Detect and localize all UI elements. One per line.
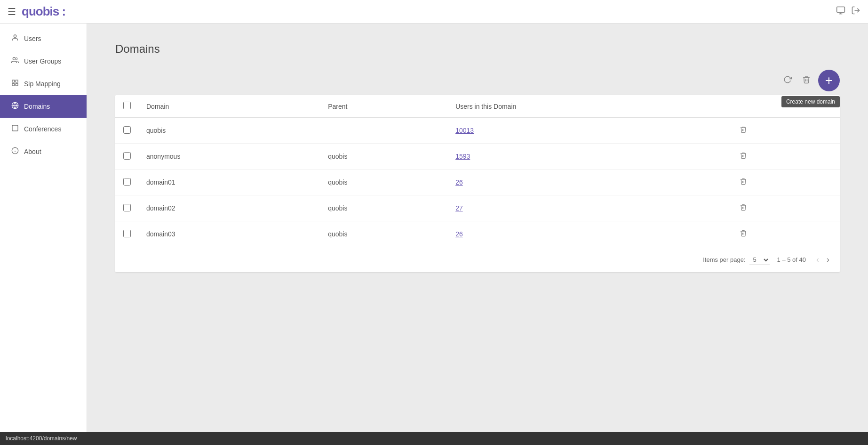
status-bar: localhost:4200/domains/new xyxy=(0,432,868,445)
globe-icon xyxy=(11,102,19,111)
row-delete-button[interactable] xyxy=(736,124,751,137)
row-users: 26 xyxy=(448,170,728,195)
items-per-page-label: Items per page: xyxy=(703,256,745,263)
svg-rect-8 xyxy=(12,83,15,86)
pagination-range: 1 – 5 of 40 xyxy=(777,256,806,263)
svg-rect-6 xyxy=(12,80,15,82)
menu-icon[interactable]: ☰ xyxy=(8,6,16,17)
sidebar-label-about: About xyxy=(24,148,41,155)
row-domain: quobis xyxy=(139,118,320,144)
row-checkbox-cell xyxy=(115,195,139,221)
layout: Users User Groups Sip Mapping xyxy=(0,24,868,432)
row-domain: domain01 xyxy=(139,170,320,195)
app-logo: quobis : xyxy=(22,4,65,19)
row-delete-button[interactable] xyxy=(736,176,751,189)
header-users: Users in this Domain xyxy=(448,95,728,118)
sidebar-label-domains: Domains xyxy=(24,103,50,110)
sidebar-label-conferences: Conferences xyxy=(24,125,61,133)
users-count-link[interactable]: 26 xyxy=(455,230,463,238)
sidebar-label-sip-mapping: Sip Mapping xyxy=(24,80,61,88)
monitor-icon xyxy=(836,6,845,15)
monitor-button[interactable] xyxy=(836,6,845,17)
row-checkbox[interactable] xyxy=(123,230,131,237)
sidebar-item-user-groups[interactable]: User Groups xyxy=(0,50,87,73)
table-row: domain02 quobis 27 xyxy=(115,195,840,221)
row-actions xyxy=(728,195,840,221)
delete-button[interactable] xyxy=(799,73,813,89)
create-domain-tooltip: Create new domain xyxy=(781,96,840,107)
row-delete-button[interactable] xyxy=(736,150,751,163)
sidebar-item-sip-mapping[interactable]: Sip Mapping xyxy=(0,73,87,95)
topbar-actions xyxy=(836,6,860,17)
svg-point-4 xyxy=(14,35,16,37)
trash-icon xyxy=(740,229,747,237)
row-delete-button[interactable] xyxy=(736,227,751,241)
row-actions xyxy=(728,144,840,170)
row-checkbox[interactable] xyxy=(123,204,131,211)
table-body: quobis 10013 anonymous quobis 1593 xyxy=(115,118,840,247)
per-page-select[interactable]: 5102550 xyxy=(749,255,770,265)
row-checkbox-cell xyxy=(115,221,139,247)
row-checkbox[interactable] xyxy=(123,126,131,134)
row-users: 27 xyxy=(448,195,728,221)
row-checkbox-cell xyxy=(115,170,139,195)
table-row: quobis 10013 xyxy=(115,118,840,144)
next-page-button[interactable]: › xyxy=(824,253,832,267)
sidebar-label-user-groups: User Groups xyxy=(24,57,61,65)
grid-icon xyxy=(11,79,19,89)
sidebar-item-conferences[interactable]: Conferences xyxy=(0,118,87,140)
users-count-link[interactable]: 27 xyxy=(455,204,463,212)
row-delete-button[interactable] xyxy=(736,202,751,215)
svg-rect-12 xyxy=(12,125,18,131)
table-header: Domain Parent Users in this Domain xyxy=(115,95,840,118)
topbar: ☰ quobis : xyxy=(0,0,868,24)
header-checkbox-col xyxy=(115,95,139,118)
sidebar: Users User Groups Sip Mapping xyxy=(0,24,87,432)
refresh-icon xyxy=(783,75,792,84)
row-actions xyxy=(728,170,840,195)
refresh-button[interactable] xyxy=(780,73,795,89)
row-parent xyxy=(320,118,448,144)
logout-icon xyxy=(851,6,860,15)
header-parent: Parent xyxy=(320,95,448,118)
svg-rect-9 xyxy=(16,83,18,86)
table-row: domain01 quobis 26 xyxy=(115,170,840,195)
domains-table-container: Domain Parent Users in this Domain quobi… xyxy=(115,95,840,272)
table-row: anonymous quobis 1593 xyxy=(115,144,840,170)
users-count-link[interactable]: 10013 xyxy=(455,127,474,134)
toolbar: + Create new domain xyxy=(115,70,840,91)
user-icon xyxy=(11,34,19,43)
info-icon xyxy=(11,147,19,156)
add-button-container: + Create new domain xyxy=(818,70,840,91)
page-title: Domains xyxy=(115,42,840,56)
header-domain: Domain xyxy=(139,95,320,118)
row-checkbox-cell xyxy=(115,118,139,144)
prev-page-button[interactable]: ‹ xyxy=(813,253,822,267)
users-count-link[interactable]: 1593 xyxy=(455,153,470,160)
trash-icon xyxy=(740,126,747,133)
trash-icon xyxy=(740,203,747,211)
row-domain: domain02 xyxy=(139,195,320,221)
sidebar-item-about[interactable]: About xyxy=(0,140,87,163)
sidebar-item-users[interactable]: Users xyxy=(0,27,87,50)
trash-icon xyxy=(740,178,747,185)
row-checkbox-cell xyxy=(115,144,139,170)
sidebar-item-domains[interactable]: Domains xyxy=(0,95,87,118)
row-users: 26 xyxy=(448,221,728,247)
row-parent: quobis xyxy=(320,170,448,195)
sidebar-label-users: Users xyxy=(24,35,41,42)
row-checkbox[interactable] xyxy=(123,152,131,160)
svg-rect-7 xyxy=(16,80,18,82)
add-domain-button[interactable]: + xyxy=(818,70,840,91)
trash-icon xyxy=(802,75,811,84)
items-per-page: Items per page: 5102550 xyxy=(703,255,769,265)
users-count-link[interactable]: 26 xyxy=(455,178,463,186)
row-users: 10013 xyxy=(448,118,728,144)
row-users: 1593 xyxy=(448,144,728,170)
logout-button[interactable] xyxy=(851,6,860,17)
row-parent: quobis xyxy=(320,144,448,170)
select-all-checkbox[interactable] xyxy=(123,102,131,109)
square-icon xyxy=(11,124,19,134)
row-checkbox[interactable] xyxy=(123,178,131,186)
domains-table: Domain Parent Users in this Domain quobi… xyxy=(115,95,840,247)
